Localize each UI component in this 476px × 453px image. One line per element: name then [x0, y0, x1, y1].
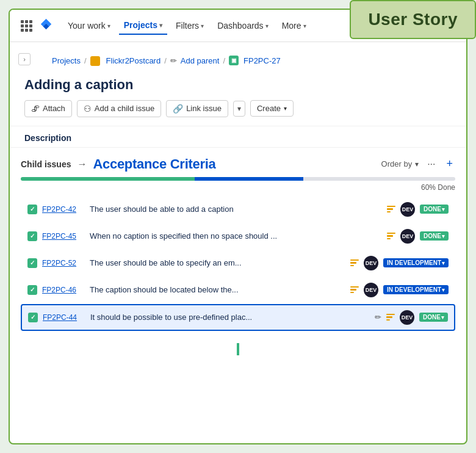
child-issue-icon: ⚇: [84, 104, 92, 114]
breadcrumb-projects-link[interactable]: Projects: [52, 56, 81, 65]
status-badge-fp2pc44[interactable]: DONE▾: [419, 313, 448, 322]
nav-item-more[interactable]: More ▾: [277, 17, 311, 34]
issue-row[interactable]: FP2PC-52 The user should be able to spec…: [21, 250, 455, 276]
issue-checkbox-fp2pc46[interactable]: [27, 285, 37, 295]
issue-id-fp2pc44[interactable]: FP2PC-44: [43, 313, 85, 322]
attach-icon: 🖇: [31, 104, 40, 114]
status-badge-fp2pc45[interactable]: DONE▾: [420, 231, 449, 241]
progress-in-progress-segment: [195, 177, 303, 181]
progress-bar: [21, 177, 455, 181]
sidebar-toggle[interactable]: ›: [18, 53, 31, 65]
assignee-avatar-fp2pc45: DEV: [400, 229, 415, 244]
issue-title-fp2pc52: The user should be able to specify an em…: [90, 258, 345, 267]
breadcrumb-add-parent-link[interactable]: Add parent: [181, 56, 220, 65]
priority-icon-fp2pc44: [386, 314, 395, 321]
issue-checkbox-fp2pc44[interactable]: [28, 313, 38, 322]
child-issues-label: Child issues: [21, 159, 71, 169]
issue-id-fp2pc52[interactable]: FP2PC-52: [42, 259, 85, 267]
description-label: Description: [24, 133, 71, 143]
nav-item-filters[interactable]: Filters ▾: [171, 17, 209, 34]
priority-icon-fp2pc52: [350, 259, 359, 267]
issue-title-fp2pc42: The user should be able to add a caption: [90, 205, 382, 214]
assignee-avatar-fp2pc46: DEV: [364, 283, 378, 297]
issue-checkbox-fp2pc45[interactable]: [27, 231, 37, 241]
user-story-badge: User Story: [350, 0, 476, 39]
issue-row[interactable]: FP2PC-45 When no caption is specified th…: [21, 223, 455, 249]
status-badge-fp2pc46[interactable]: IN DEVELOPMENT▾: [383, 285, 449, 294]
create-btn[interactable]: Create ▾: [250, 100, 294, 117]
issue-id-fp2pc42[interactable]: FP2PC-42: [42, 205, 85, 214]
issue-checkbox-fp2pc42[interactable]: [27, 205, 37, 214]
issue-title-fp2pc46: The caption should be located below the.…: [90, 285, 345, 294]
edit-pencil-icon[interactable]: ✏: [375, 313, 381, 322]
issue-row[interactable]: FP2PC-46 The caption should be located b…: [21, 277, 455, 303]
breadcrumb: Projects / Flickr2Postcard / ✏ Add paren…: [35, 48, 295, 71]
nav-item-projects[interactable]: Projects ▾: [119, 16, 167, 35]
bottom-indicator: [237, 343, 239, 355]
dropdown-separator-button[interactable]: ▾: [233, 101, 245, 117]
priority-icon-fp2pc42: [387, 206, 395, 213]
issue-id-fp2pc46[interactable]: FP2PC-46: [42, 286, 85, 294]
assignee-avatar-fp2pc42: DEV: [400, 202, 415, 217]
chevron-down-icon: ▾: [303, 23, 306, 29]
breadcrumb-parent-icon: ✏: [170, 56, 177, 65]
issue-title: Adding a caption: [24, 77, 452, 93]
add-child-issue-button[interactable]: ⚇ Add a child issue: [77, 100, 161, 117]
add-child-plus-icon[interactable]: +: [444, 156, 455, 172]
order-by-chevron-icon[interactable]: ▾: [415, 160, 419, 169]
order-by-section: Order by ▾: [381, 159, 419, 169]
progress-remaining-segment: [303, 177, 455, 181]
priority-icon-fp2pc45: [387, 233, 395, 240]
issue-title-fp2pc44: It should be possible to use pre-defined…: [90, 313, 370, 322]
breadcrumb-flickr-link[interactable]: Flickr2Postcard: [106, 56, 161, 65]
issue-checkbox-fp2pc52[interactable]: [27, 258, 37, 268]
breadcrumb-issue-link[interactable]: FP2PC-27: [243, 56, 281, 65]
chevron-down-icon: ▾: [159, 22, 162, 29]
issue-id-fp2pc45[interactable]: FP2PC-45: [42, 232, 85, 241]
chevron-down-icon: ▾: [107, 23, 110, 29]
chevron-down-icon: ▾: [201, 23, 204, 29]
assignee-avatar-fp2pc44: DEV: [400, 310, 414, 325]
issue-title-fp2pc45: When no caption is specified then no spa…: [90, 231, 382, 241]
breadcrumb-project-icon: [90, 56, 103, 66]
arrow-icon: →: [77, 159, 87, 170]
issue-row[interactable]: FP2PC-44 It should be possible to use pr…: [21, 304, 455, 331]
progress-label: 60% Done: [21, 183, 455, 192]
nav-item-dashboards[interactable]: Dashboards ▾: [212, 17, 273, 34]
child-issues-panel: Child issues → Acceptance Criteria Order…: [10, 148, 466, 341]
attach-button[interactable]: 🖇 Attach: [24, 100, 72, 117]
description-section: Description: [10, 126, 466, 148]
link-icon: 🔗: [173, 104, 183, 114]
link-issue-button[interactable]: 🔗 Link issue: [166, 100, 228, 117]
more-options-icon[interactable]: ···: [425, 158, 438, 171]
nav-item-your-work[interactable]: Your work ▾: [63, 17, 115, 34]
apps-icon[interactable]: [21, 20, 32, 32]
chevron-down-icon: ▾: [265, 23, 269, 29]
priority-icon-fp2pc46: [350, 286, 359, 294]
status-badge-fp2pc52[interactable]: IN DEVELOPMENT▾: [383, 258, 449, 267]
status-badge-fp2pc42[interactable]: DONE▾: [420, 205, 449, 214]
progress-done-segment: [21, 177, 195, 181]
issue-row[interactable]: FP2PC-42 The user should be able to add …: [21, 197, 455, 222]
jira-logo[interactable]: [40, 18, 53, 34]
create-chevron-icon: ▾: [284, 105, 287, 112]
action-buttons: 🖇 Attach ⚇ Add a child issue 🔗 Link issu…: [24, 100, 452, 117]
assignee-avatar-fp2pc52: DEV: [364, 256, 378, 270]
breadcrumb-fp-icon: ▣: [229, 56, 239, 65]
issue-title-section: Adding a caption 🖇 Attach ⚇ Add a child …: [10, 74, 466, 126]
main-container: Your work ▾ Projects ▾ Filters ▾ Dashboa…: [9, 9, 467, 444]
acceptance-criteria-text: Acceptance Criteria: [93, 156, 215, 172]
child-issues-header: Child issues → Acceptance Criteria Order…: [21, 156, 455, 172]
